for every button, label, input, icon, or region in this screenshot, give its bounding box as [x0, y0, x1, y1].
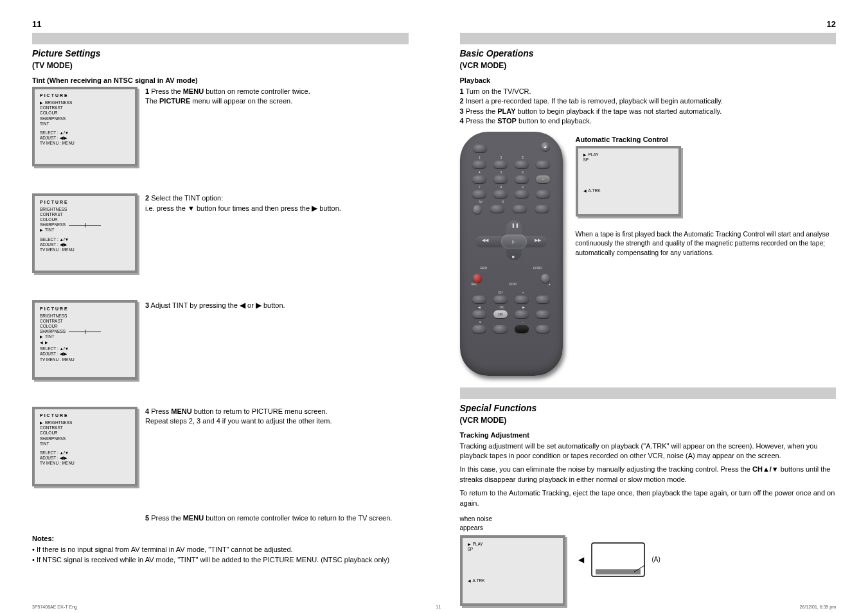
step-4-text: 4 Press MENU button to return to PICTURE…	[145, 407, 409, 499]
digit-0	[490, 205, 504, 213]
ffwd-icon: ▶▶	[535, 238, 541, 243]
playback-steps: 1 Turn on the TV/VCR. 2 Insert a pre-rec…	[460, 87, 837, 127]
digit-3	[515, 161, 529, 168]
btn-x3	[536, 325, 550, 333]
section-sub-vcrmode-2: (VCR MODE)	[460, 416, 837, 425]
av-button	[473, 205, 482, 214]
ch-up	[493, 296, 508, 303]
right-button	[515, 310, 529, 318]
section-title-basic: Basic Operations	[460, 48, 837, 58]
screen-picture-2: PICTURE BRIGHTNESS CONTRAST COLOUR SHARP…	[32, 193, 137, 273]
page-number-right: 12	[460, 19, 837, 29]
down-button	[472, 325, 486, 333]
transport-pad: ▷ ❚❚ ■ ◀◀ ▶▶	[469, 218, 554, 263]
power-button: ⏻	[541, 142, 550, 151]
screen-picture-4: PICTURE BRIGHTNESS CONTRAST COLOUR SHARP…	[32, 407, 137, 486]
step-2: PICTURE BRIGHTNESS CONTRAST COLOUR SHARP…	[32, 193, 409, 286]
page-number-left: 11	[32, 19, 409, 29]
rec-button	[473, 274, 482, 283]
screen-picture-1: PICTURE BRIGHTNESS CONTRAST COLOUR SHARP…	[32, 87, 137, 166]
playback-heading: Playback	[460, 76, 837, 84]
step-1: PICTURE BRIGHTNESS CONTRAST COLOUR SHARP…	[32, 87, 409, 179]
diagram-a-label: (A)	[652, 556, 660, 563]
noise-label-1: when noise	[460, 515, 565, 524]
tracking-adjust-heading: Tracking Adjustment	[460, 431, 837, 439]
ch-down	[493, 325, 508, 333]
auto-tracking-body: When a tape is first played back the Aut…	[576, 229, 837, 258]
digit-2	[493, 161, 508, 168]
pause-icon: ❚❚	[511, 223, 519, 228]
tracking-adjust-body3: To return to the Automatic Tracking, eje…	[460, 488, 837, 508]
btn-r3	[536, 190, 550, 198]
screen-atrk-2: PLAY SP A.TRK	[460, 535, 565, 606]
step-4: PICTURE BRIGHTNESS CONTRAST COLOUR SHARP…	[32, 407, 409, 499]
grey-bar-left	[32, 33, 409, 44]
left-arrow-icon: ◀	[578, 555, 584, 564]
left-column: 11 Picture Settings (TV MODE) Tint (When…	[32, 19, 409, 613]
btn-r4a	[513, 205, 527, 213]
section-sub-vcrmode: (VCR MODE)	[460, 61, 837, 70]
step-2-text: 2 Select the TINT option: i.e. press the…	[145, 193, 409, 286]
tracking-adjust-body2: In this case, you can eliminate the nois…	[460, 465, 837, 484]
step-3: PICTURE BRIGHTNESS CONTRAST COLOUR SHARP…	[32, 300, 409, 393]
auto-tracking-heading: Automatic Tracking Control	[576, 136, 837, 143]
remote-control-illustration: ⏻ 123 456 ▫ 789 AV0 ▷ ❚❚	[460, 132, 563, 376]
play-button: ▷	[501, 235, 527, 249]
section-sub-tvmode: (TV MODE)	[32, 61, 409, 70]
right-column: 12 Basic Operations (VCR MODE) Playback …	[460, 19, 837, 613]
step-5-text: 5 Press the MENU button on remote contro…	[145, 513, 409, 523]
btn-x1	[536, 296, 550, 303]
ok-button: OK	[493, 310, 508, 318]
footer-timestamp: 26/12/01, 6:39 pm	[800, 605, 836, 609]
section-title-special: Special Functions	[460, 403, 837, 413]
btn-r2: ▫	[536, 175, 550, 183]
stop-icon: ■	[512, 254, 515, 259]
note-2: • If NTSC signal is received while in AV…	[32, 555, 409, 565]
vol-down	[515, 325, 529, 333]
notes-heading: Notes:	[32, 535, 409, 542]
digit-4	[472, 175, 486, 183]
digit-1	[472, 161, 486, 168]
rew-icon: ◀◀	[482, 238, 488, 243]
digit-7	[472, 190, 486, 198]
step-3-text: 3 Adjust TINT by pressing the ◀ or ▶ but…	[145, 300, 409, 393]
digit-6	[515, 175, 529, 183]
footer-file: 3P57408AE DX-T Eng	[32, 605, 77, 609]
note-1: • If there is no input signal from AV te…	[32, 545, 409, 555]
btn-r4b	[535, 205, 549, 213]
btn-r1	[536, 161, 550, 168]
section-title-picture: Picture Settings	[32, 48, 409, 58]
footer-page: 11	[436, 605, 441, 609]
tint-heading: Tint (When receiving an NTSC signal in A…	[32, 76, 409, 84]
eject-button	[473, 145, 487, 152]
screen-atrk-1: PLAY SP A.TRK	[576, 146, 681, 217]
step-1-text: 1 Press the MENU button on remote contro…	[145, 87, 409, 179]
btn-x2	[536, 310, 550, 318]
vol-up	[515, 296, 529, 303]
digit-9	[515, 190, 529, 198]
grey-bar-right-mid	[460, 387, 837, 399]
grey-bar-right-top	[460, 33, 837, 44]
digit-5	[493, 175, 508, 183]
noise-label-2: appears	[460, 524, 565, 533]
slow-button	[541, 274, 550, 283]
screen-picture-3: PICTURE BRIGHTNESS CONTRAST COLOUR SHARP…	[32, 300, 137, 380]
digit-8	[493, 190, 508, 198]
left-button	[472, 310, 486, 318]
tracking-adjust-body1: Tracking adjustment will be set automati…	[460, 441, 837, 461]
noise-diagram	[589, 540, 647, 579]
menu-button	[472, 296, 486, 303]
page-footer: 3P57408AE DX-T Eng 11 26/12/01, 6:39 pm	[0, 605, 868, 609]
